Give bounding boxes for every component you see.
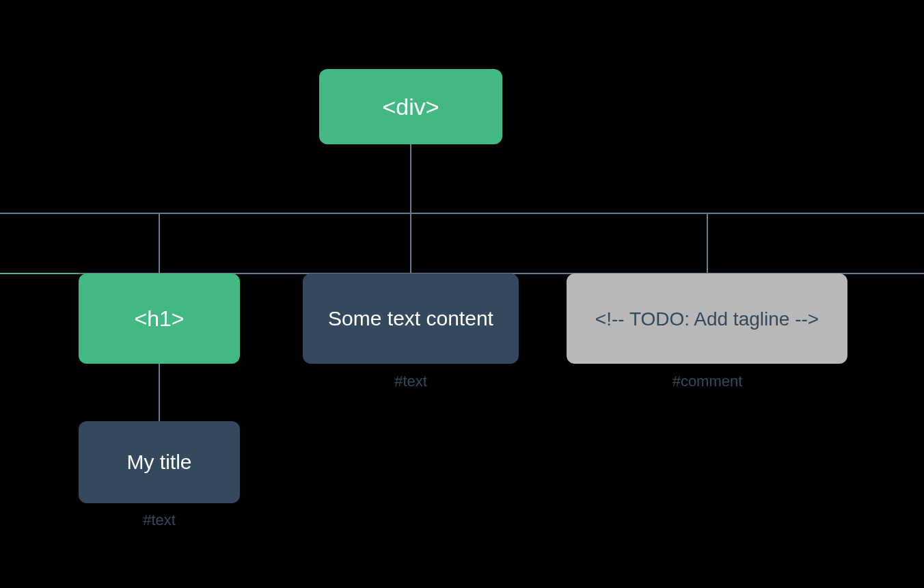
node-div-label: <div> (382, 92, 439, 122)
node-h1: <h1> (79, 273, 240, 364)
node-my-title-label: My title (126, 449, 191, 475)
caption-text-content: #text (342, 373, 479, 390)
node-h1-label: <h1> (135, 305, 185, 332)
connector-to-comment (707, 213, 708, 273)
caption-my-title: #text (91, 511, 228, 529)
connector-to-h1 (159, 213, 160, 273)
connector-horizontal-main (0, 213, 924, 214)
node-div: <div> (319, 69, 502, 144)
connector-h1-to-title (159, 364, 160, 421)
node-text-content: Some text content (303, 273, 519, 364)
node-my-title: My title (79, 421, 240, 503)
connector-to-text2 (410, 213, 411, 273)
connector-root-down (410, 144, 411, 213)
node-comment: <!-- TODO: Add tagline --> (567, 273, 847, 364)
connector-horizontal-left (0, 273, 79, 274)
node-text-content-label: Some text content (328, 306, 493, 332)
caption-comment: #comment (639, 373, 776, 390)
node-comment-label: <!-- TODO: Add tagline --> (595, 307, 819, 331)
dom-tree-diagram: <div> <h1> Some text content <!-- TODO: … (0, 0, 924, 588)
